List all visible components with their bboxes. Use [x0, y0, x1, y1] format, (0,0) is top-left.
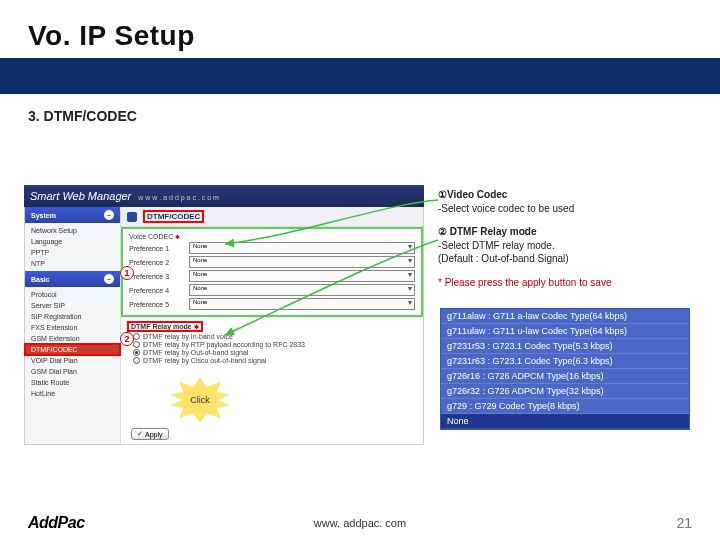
- breadcrumb: DTMF/CODEC: [121, 207, 423, 227]
- sidebar-section-system[interactable]: System –: [25, 207, 120, 223]
- pref4-select[interactable]: None: [189, 284, 415, 296]
- pref1-select[interactable]: None: [189, 242, 415, 254]
- dtmf-option-outofband[interactable]: DTMF relay by Out-of-band signal: [133, 349, 415, 356]
- breadcrumb-title: DTMF/CODEC: [143, 210, 204, 223]
- codec-option[interactable]: g7231r53 : G723.1 Codec Type(5.3 kbps): [441, 339, 689, 354]
- annotation-notes: ①Video Codec -Select voice codec to be u…: [438, 188, 698, 289]
- sidebar-item-gsmext[interactable]: GSM Extension: [25, 333, 120, 344]
- pref3-select[interactable]: None: [189, 270, 415, 282]
- sidebar-item-protocol[interactable]: Protocol: [25, 289, 120, 300]
- sidebar-item-staticroute[interactable]: Static Route: [25, 377, 120, 388]
- codec-option[interactable]: g726r16 : G726 ADPCM Type(16 kbps): [441, 369, 689, 384]
- footer: AddPac www. addpac. com 21: [0, 514, 720, 532]
- apply-button[interactable]: ✓ Apply: [131, 428, 169, 440]
- page-title: Vo. IP Setup: [28, 20, 720, 52]
- codec-option[interactable]: g711alaw : G711 a-law Codec Type(64 kbps…: [441, 309, 689, 324]
- radio-icon: [133, 333, 140, 340]
- callout-1-marker: 1: [120, 266, 134, 280]
- apply-note: * Please press the apply button to save: [438, 276, 698, 290]
- collapse-icon[interactable]: –: [104, 274, 114, 284]
- pref2-label: Preference 2: [129, 259, 189, 266]
- sidebar-item-network[interactable]: Network Setup: [25, 225, 120, 236]
- dtmf-option-inband[interactable]: DTMF relay by In-band voice: [133, 333, 415, 340]
- note1-title: ①Video Codec: [438, 188, 698, 202]
- pref5-label: Preference 5: [129, 301, 189, 308]
- dtmf-block: DTMF Relay mode✱ DTMF relay by In-band v…: [121, 317, 423, 371]
- dtmf-option-cisco[interactable]: DTMF relay by Cisco out-of-band signal: [133, 357, 415, 364]
- home-icon[interactable]: [127, 212, 137, 222]
- voice-codec-label: Voice CODEC✱: [129, 233, 189, 240]
- note1-body: -Select voice codec to be used: [438, 202, 698, 216]
- sidebar-item-language[interactable]: Language: [25, 236, 120, 247]
- sidebar-section-label: Basic: [31, 276, 50, 283]
- apply-label: Apply: [145, 431, 163, 438]
- page-number: 21: [676, 515, 692, 531]
- sidebar-section-basic[interactable]: Basic –: [25, 271, 120, 287]
- sidebar-item-fxs[interactable]: FXS Extension: [25, 322, 120, 333]
- codec-option[interactable]: g726r32 : G726 ADPCM Type(32 kbps): [441, 384, 689, 399]
- pref3-label: Preference 3: [129, 273, 189, 280]
- codec-dropdown-list[interactable]: g711alaw : G711 a-law Codec Type(64 kbps…: [440, 308, 690, 430]
- pref5-select[interactable]: None: [189, 298, 415, 310]
- sidebar-item-voipdial[interactable]: VOIP Dial Plan: [25, 355, 120, 366]
- pref2-select[interactable]: None: [189, 256, 415, 268]
- title-band: [0, 58, 720, 94]
- main-pane: DTMF/CODEC Voice CODEC✱ Preference 1None…: [121, 207, 423, 444]
- radio-icon: [133, 341, 140, 348]
- note2-title: ② DTMF Relay mode: [438, 225, 698, 239]
- voice-codec-block: Voice CODEC✱ Preference 1None Preference…: [121, 227, 423, 317]
- dtmf-relay-label: DTMF Relay mode✱: [129, 323, 201, 330]
- swm-title: Smart Web Manager: [30, 190, 131, 202]
- click-label: Click: [190, 395, 210, 405]
- note2-body1: -Select DTMF relay mode.: [438, 239, 698, 253]
- codec-option[interactable]: g729 : G729 Codec Type(8 kbps): [441, 399, 689, 414]
- codec-option-selected[interactable]: None: [441, 414, 689, 429]
- required-icon: ✱: [194, 323, 199, 330]
- radio-icon: [133, 357, 140, 364]
- section-subheading: 3. DTMF/CODEC: [0, 94, 720, 124]
- sidebar-item-sipreg[interactable]: SIP Registration: [25, 311, 120, 322]
- pref1-label: Preference 1: [129, 245, 189, 252]
- required-icon: ✱: [175, 233, 180, 240]
- codec-option[interactable]: g711ulaw : G711 u-law Codec Type(64 kbps…: [441, 324, 689, 339]
- radio-icon: [133, 349, 140, 356]
- callout-2-marker: 2: [120, 332, 134, 346]
- sidebar-item-serversip[interactable]: Server SIP: [25, 300, 120, 311]
- check-icon: ✓: [137, 430, 143, 438]
- sidebar-item-ntp[interactable]: NTP: [25, 258, 120, 269]
- sidebar-item-dtmfcodec[interactable]: DTMF/CODEC: [25, 344, 120, 355]
- pref4-label: Preference 4: [129, 287, 189, 294]
- swm-header: Smart Web Manager w w w . a d d p a c . …: [24, 185, 424, 207]
- sidebar: System – Network Setup Language PPTP NTP…: [25, 207, 121, 444]
- sidebar-section-label: System: [31, 212, 56, 219]
- swm-url: w w w . a d d p a c . c o m: [138, 194, 219, 201]
- sidebar-item-hotline[interactable]: HotLine: [25, 388, 120, 399]
- sidebar-item-pptp[interactable]: PPTP: [25, 247, 120, 258]
- codec-option[interactable]: g7231r63 : G723.1 Codec Type(6.3 kbps): [441, 354, 689, 369]
- footer-url: www. addpac. com: [314, 517, 406, 529]
- collapse-icon[interactable]: –: [104, 210, 114, 220]
- dtmf-option-rfc2833[interactable]: DTMF relay by RTP payload according to R…: [133, 341, 415, 348]
- sidebar-item-gsmdial[interactable]: GSM Dial Plan: [25, 366, 120, 377]
- note2-body2: (Default : Out-of-band Signal): [438, 252, 698, 266]
- click-burst: Click: [170, 378, 230, 422]
- addpac-logo: AddPac: [28, 514, 85, 532]
